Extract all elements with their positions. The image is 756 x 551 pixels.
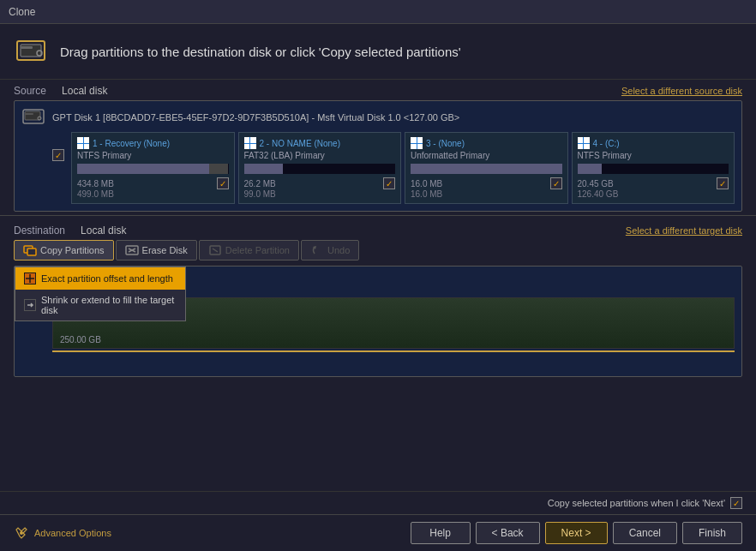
- partition-card-1: 1 - Recovery (None) NTFS Primary 434.8 M…: [71, 132, 235, 204]
- partition-2-name: 2 - NO NAME (None): [244, 137, 396, 149]
- next-button[interactable]: Next >: [545, 522, 608, 544]
- copy-partitions-button[interactable]: Copy Partitions Exact partition offset a…: [14, 240, 114, 261]
- partition-3-name: 3 - (None): [411, 137, 562, 149]
- toolbar-row: Copy Partitions Exact partition offset a…: [14, 240, 742, 261]
- cancel-button[interactable]: Cancel: [613, 522, 677, 544]
- bottom-left: Advanced Options: [14, 525, 111, 541]
- source-disk-header: GPT Disk 1 [8BCDADD7-EBE5-45EF-97D2-9D7F…: [21, 108, 735, 127]
- partition-4-checkbox[interactable]: [717, 177, 729, 189]
- svg-rect-7: [25, 113, 33, 115]
- partition-3-bar: [411, 164, 562, 174]
- dest-bottom-line: [52, 350, 735, 352]
- source-sublabel: Local disk: [62, 85, 107, 97]
- partition-4-bar: [578, 164, 729, 174]
- partition-3-sizes: 16.0 MB: [411, 177, 562, 189]
- source-section: Source Local disk Select a different sou…: [0, 80, 756, 215]
- win-icon-1: [77, 137, 89, 149]
- erase-disk-label: Erase Disk: [142, 245, 188, 255]
- source-disk-title: GPT Disk 1 [8BCDADD7-EBE5-45EF-97D2-9D7F…: [52, 112, 459, 123]
- dropdown-shrink-label: Shrink or extend to fill the target disk: [41, 295, 177, 315]
- copy-partitions-dropdown: Exact partition offset and length Shrink…: [15, 267, 186, 321]
- svg-rect-3: [21, 46, 33, 49]
- win-icon-4: [578, 137, 590, 149]
- svg-point-21: [20, 531, 23, 535]
- dropdown-exact-label: Exact partition offset and length: [41, 273, 173, 284]
- destination-section: Destination Local disk Select a differen…: [0, 219, 756, 491]
- source-header: Source Local disk Select a different sou…: [14, 85, 742, 97]
- finish-button[interactable]: Finish: [682, 522, 742, 544]
- wrench-icon: [14, 525, 29, 541]
- partition-4-sizes: 20.45 GB: [578, 177, 729, 189]
- delete-icon: [208, 244, 222, 256]
- source-disk-container: GPT Disk 1 [8BCDADD7-EBE5-45EF-97D2-9D7F…: [14, 100, 742, 212]
- window-title: Clone: [9, 6, 35, 18]
- title-bar: Clone: [0, 0, 756, 24]
- partition-1-type: NTFS Primary: [77, 151, 229, 160]
- partition-2-checkbox[interactable]: [383, 177, 395, 189]
- advanced-options-link[interactable]: Advanced Options: [34, 528, 111, 538]
- copy-checkbox-area: Copy selected partitions when I click 'N…: [548, 497, 742, 509]
- disk-icon-large: [14, 34, 48, 69]
- bottom-bar: Advanced Options Help < Back Next > Canc…: [0, 514, 756, 551]
- dropdown-item-icon-2: [24, 299, 36, 311]
- svg-line-16: [213, 249, 218, 252]
- source-label: Source: [14, 85, 46, 97]
- erase-icon: [125, 244, 139, 256]
- dest-size-label: 250.00 GB: [60, 335, 101, 344]
- copy-partitions-label: Copy Partitions: [40, 245, 105, 255]
- source-disk-icon: [21, 108, 45, 127]
- footer-section: Copy selected partitions when I click 'N…: [0, 491, 756, 514]
- partition-2-bar: [244, 164, 396, 174]
- partition-card-2: 2 - NO NAME (None) FAT32 (LBA) Primary 2…: [238, 132, 402, 204]
- copy-next-checkbox[interactable]: [730, 497, 742, 509]
- dropdown-shrink-option[interactable]: Shrink or extend to fill the target disk: [15, 290, 185, 320]
- back-button[interactable]: < Back: [476, 522, 540, 544]
- partition-1-bar: [77, 164, 229, 174]
- partition-1-name: 1 - Recovery (None): [77, 137, 229, 149]
- copy-checkbox-label: Copy selected partitions when I click 'N…: [548, 498, 725, 508]
- dest-sublabel: Local disk: [81, 225, 126, 237]
- section-divider: [0, 215, 756, 216]
- svg-rect-9: [27, 249, 36, 255]
- partition-card-4: 4 - (C:) NTFS Primary 20.45 GB 126.40 GB: [572, 132, 735, 204]
- delete-partition-button[interactable]: Delete Partition: [199, 240, 299, 261]
- partition-4-type: NTFS Primary: [578, 151, 729, 160]
- partition-1-checkbox[interactable]: [217, 177, 229, 189]
- dropdown-exact-option[interactable]: Exact partition offset and length: [15, 267, 185, 290]
- win-icon-2: [244, 137, 256, 149]
- partition-2-sizes: 26.2 MB: [244, 177, 396, 189]
- undo-button[interactable]: Undo: [301, 240, 359, 261]
- select-source-link[interactable]: Select a different source disk: [621, 86, 742, 96]
- undo-icon: [310, 244, 324, 256]
- undo-label: Undo: [327, 245, 350, 255]
- partitions-row: 1 - Recovery (None) NTFS Primary 434.8 M…: [21, 132, 735, 204]
- source-checkbox-area[interactable]: [52, 149, 64, 161]
- instruction-text: Drag partitions to the destination disk …: [60, 45, 461, 59]
- partition-1-sizes: 434.8 MB: [77, 177, 229, 189]
- header-instruction-bar: Drag partitions to the destination disk …: [0, 24, 756, 80]
- partition-3-checkbox[interactable]: [550, 177, 562, 189]
- main-container: Drag partitions to the destination disk …: [0, 24, 756, 551]
- bottom-buttons: Help < Back Next > Cancel Finish: [411, 522, 742, 544]
- select-target-link[interactable]: Select a different target disk: [626, 225, 742, 236]
- copy-icon: [23, 244, 37, 256]
- partition-card-3: 3 - (None) Unformatted Primary 16.0 MB 1…: [405, 132, 568, 204]
- partition-2-type: FAT32 (LBA) Primary: [244, 151, 396, 160]
- destination-header: Destination Local disk Select a differen…: [14, 225, 742, 237]
- source-label-group: Source Local disk: [14, 85, 107, 97]
- delete-partition-label: Delete Partition: [225, 245, 290, 255]
- partition-3-type: Unformatted Primary: [411, 151, 562, 160]
- source-checkbox[interactable]: [52, 149, 64, 161]
- help-button[interactable]: Help: [411, 522, 471, 544]
- win-icon-3: [411, 137, 423, 149]
- dropdown-item-icon-1: [24, 273, 36, 284]
- dest-label: Destination: [14, 225, 65, 237]
- partition-4-name: 4 - (C:): [578, 137, 729, 149]
- dest-label-group: Destination Local disk: [14, 225, 126, 237]
- erase-disk-button[interactable]: Erase Disk: [116, 240, 197, 261]
